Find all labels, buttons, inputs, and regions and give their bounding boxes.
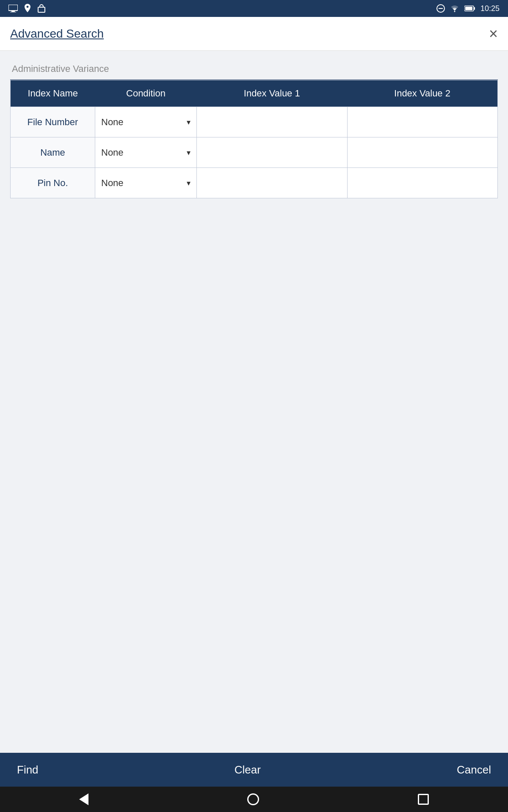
wifi-icon — [450, 5, 459, 12]
row2-condition-select[interactable]: None Equals Contains Starts With Ends Wi… — [95, 139, 196, 166]
main-content: Administrative Variance Index Name Condi… — [0, 51, 508, 753]
col-condition: Condition — [95, 80, 197, 107]
row3-value1-cell[interactable] — [197, 168, 348, 198]
table-row: Pin No. None Equals Contains Starts With… — [11, 168, 498, 198]
row1-value1-cell[interactable] — [197, 107, 348, 137]
col-value2: Index Value 2 — [347, 80, 498, 107]
svg-rect-9 — [474, 7, 475, 10]
row2-value1-input[interactable] — [197, 139, 347, 166]
status-time: 10:25 — [480, 4, 500, 13]
svg-rect-0 — [8, 5, 18, 11]
row1-condition-select[interactable]: None Equals Contains Starts With Ends Wi… — [95, 108, 196, 136]
row2-index-name: Name — [11, 137, 95, 168]
row2-value2-cell[interactable] — [347, 137, 498, 168]
location-icon — [24, 4, 31, 13]
row2-condition-cell: None Equals Contains Starts With Ends Wi… — [95, 137, 197, 168]
col-value1: Index Value 1 — [197, 80, 348, 107]
bag-icon — [37, 4, 46, 13]
row3-condition-select[interactable]: None Equals Contains Starts With Ends Wi… — [95, 169, 196, 197]
clear-button[interactable]: Clear — [235, 763, 261, 776]
table-row: File Number None Equals Contains Starts … — [11, 107, 498, 137]
table-row: Name None Equals Contains Starts With En… — [11, 137, 498, 168]
row3-index-name: Pin No. — [11, 168, 95, 198]
page-title: Advanced Search — [10, 27, 104, 41]
svg-rect-8 — [465, 7, 472, 10]
row1-value1-input[interactable] — [197, 109, 347, 135]
dnd-icon — [436, 4, 445, 13]
status-bar-right-icons: 10:25 — [436, 4, 500, 13]
row1-index-name: File Number — [11, 107, 95, 137]
status-bar-left-icons — [8, 4, 46, 13]
svg-rect-3 — [38, 7, 45, 12]
nav-home-icon[interactable] — [247, 793, 259, 805]
search-table: Index Name Condition Index Value 1 Index… — [10, 80, 498, 198]
row3-value2-cell[interactable] — [347, 168, 498, 198]
svg-point-6 — [454, 11, 455, 12]
svg-rect-1 — [11, 11, 15, 12]
row2-value2-input[interactable] — [348, 139, 498, 166]
row1-value2-input[interactable] — [348, 109, 498, 135]
app-bar: Advanced Search × — [0, 17, 508, 51]
cancel-button[interactable]: Cancel — [457, 763, 491, 776]
row3-value2-input[interactable] — [348, 170, 498, 196]
find-button[interactable]: Find — [17, 763, 39, 776]
battery-icon — [464, 5, 475, 11]
row1-value2-cell[interactable] — [347, 107, 498, 137]
col-index-name: Index Name — [11, 80, 95, 107]
nav-bar — [0, 787, 508, 812]
nav-back-icon[interactable] — [79, 793, 88, 805]
status-bar: 10:25 — [0, 0, 508, 17]
nav-recent-icon[interactable] — [418, 794, 429, 805]
section-label: Administrative Variance — [10, 63, 498, 74]
action-bar: Find Clear Cancel — [0, 753, 508, 787]
table-body: File Number None Equals Contains Starts … — [11, 107, 498, 198]
close-button[interactable]: × — [489, 26, 498, 41]
row1-condition-cell: None Equals Contains Starts With Ends Wi… — [95, 107, 197, 137]
svg-rect-2 — [10, 12, 16, 12]
screen-icon — [8, 5, 18, 12]
row3-condition-cell: None Equals Contains Starts With Ends Wi… — [95, 168, 197, 198]
row2-value1-cell[interactable] — [197, 137, 348, 168]
row3-value1-input[interactable] — [197, 170, 347, 196]
table-header: Index Name Condition Index Value 1 Index… — [11, 80, 498, 107]
